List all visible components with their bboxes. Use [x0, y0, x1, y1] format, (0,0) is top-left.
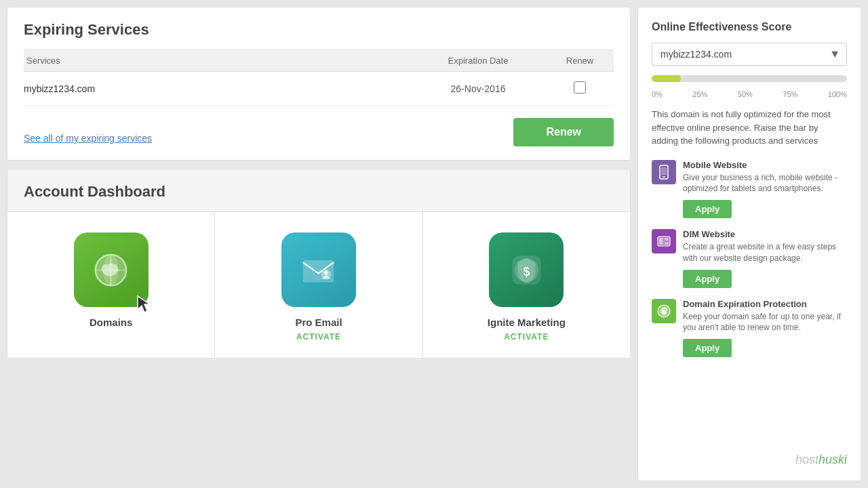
domain-protection-title: Domain Expiration Protection [683, 299, 847, 309]
marketing-icon: $ [505, 248, 549, 292]
svg-rect-18 [665, 242, 669, 245]
svg-rect-20 [662, 310, 666, 314]
recommendation-dim: DIM Website Create a great website in a … [652, 229, 847, 288]
table-row: mybizz1234.com 26-Nov-2016 [24, 72, 614, 106]
email-activate[interactable]: ACTIVATE [296, 332, 341, 342]
mobile-icon-svg [656, 165, 671, 180]
score-labels: 0% 25% 50% 75% 100% [652, 90, 847, 98]
domain-protection-icon-svg [656, 304, 671, 319]
domains-icon [89, 248, 133, 292]
marketing-label: Ignite Marketing [488, 317, 566, 328]
svg-marker-5 [138, 296, 150, 312]
domain-select[interactable]: mybizz1234.com [652, 43, 847, 66]
account-dashboard-panel: Account Dashboard [7, 169, 631, 359]
col-header-date: Expiration Date [410, 56, 546, 66]
score-label-75: 75% [783, 90, 797, 98]
branding: hosthuski [652, 446, 847, 467]
svg-text:$: $ [523, 264, 530, 278]
email-icon [296, 248, 340, 292]
dashboard-item-email[interactable]: Pro Email ACTIVATE [215, 212, 422, 358]
expiry-date: 26-Nov-2016 [410, 83, 546, 94]
domain-protection-desc: Keep your domain safe for up to one year… [683, 311, 847, 334]
service-name: mybizz1234.com [24, 83, 410, 94]
see-all-link[interactable]: See all of my expiring services [24, 133, 152, 144]
score-label-50: 50% [738, 90, 753, 98]
effectiveness-title: Online Effectiveness Score [652, 21, 847, 33]
renew-button[interactable]: Renew [513, 118, 614, 146]
domain-select-wrap: mybizz1234.com ▼ [652, 43, 847, 66]
effectiveness-panel: Online Effectiveness Score mybizz1234.co… [637, 7, 861, 481]
domains-icon-wrap [74, 232, 149, 307]
recommendation-domain-protection: Domain Expiration Protection Keep your d… [652, 299, 847, 358]
email-label: Pro Email [295, 317, 342, 328]
branding-accent: huski [818, 453, 847, 466]
cursor-icon [136, 295, 155, 314]
col-header-service: Services [24, 56, 410, 66]
recommendation-mobile: Mobile Website Give your business a rich… [652, 160, 847, 219]
mobile-website-desc: Give your business a rich, mobile websit… [683, 172, 847, 195]
marketing-icon-wrap: $ [489, 232, 564, 307]
domain-protection-apply-button[interactable]: Apply [683, 339, 732, 357]
dashboard-item-marketing[interactable]: $ Ignite Marketing ACTIVATE [423, 212, 630, 358]
score-bar-fill [652, 75, 681, 82]
dim-website-content: DIM Website Create a great website in a … [683, 229, 847, 288]
dashboard-grid: Domains Pro Email ACTIVATE [7, 211, 630, 358]
domain-protection-icon [652, 299, 676, 323]
dim-website-apply-button[interactable]: Apply [683, 270, 732, 288]
domain-protection-content: Domain Expiration Protection Keep your d… [683, 299, 847, 358]
col-header-renew: Renew [546, 56, 614, 66]
score-label-0: 0% [652, 90, 663, 98]
table-header: Services Expiration Date Renew [24, 49, 614, 72]
score-bar-background [652, 75, 847, 82]
domains-label: Domains [90, 317, 132, 328]
footer-row: See all of my expiring services Renew [24, 118, 614, 146]
svg-point-8 [324, 270, 329, 275]
dim-website-desc: Create a great website in a few easy ste… [683, 241, 847, 264]
dashboard-title: Account Dashboard [7, 183, 630, 211]
branding-text: hosthuski [795, 453, 847, 467]
marketing-activate[interactable]: ACTIVATE [504, 332, 549, 342]
svg-rect-16 [659, 238, 663, 245]
score-label-25: 25% [692, 90, 707, 98]
score-description: This domain is not fully optimized for t… [652, 108, 847, 148]
mobile-website-content: Mobile Website Give your business a rich… [683, 160, 847, 219]
mobile-website-icon [652, 160, 676, 184]
dim-website-icon [652, 229, 676, 253]
expiring-services-title: Expiring Services [24, 21, 614, 39]
mobile-website-title: Mobile Website [683, 160, 847, 170]
expiring-services-panel: Expiring Services Services Expiration Da… [7, 7, 631, 161]
mobile-website-apply-button[interactable]: Apply [683, 200, 732, 218]
score-label-100: 100% [828, 90, 847, 98]
score-bar [652, 75, 847, 85]
dim-website-title: DIM Website [683, 229, 847, 239]
dim-icon-svg [656, 234, 671, 249]
renew-checkbox[interactable] [574, 81, 586, 94]
email-icon-wrap [281, 232, 356, 307]
dashboard-item-domains[interactable]: Domains [7, 212, 215, 358]
svg-rect-17 [665, 238, 669, 241]
svg-rect-14 [661, 167, 667, 175]
renew-checkbox-wrap [546, 81, 614, 96]
